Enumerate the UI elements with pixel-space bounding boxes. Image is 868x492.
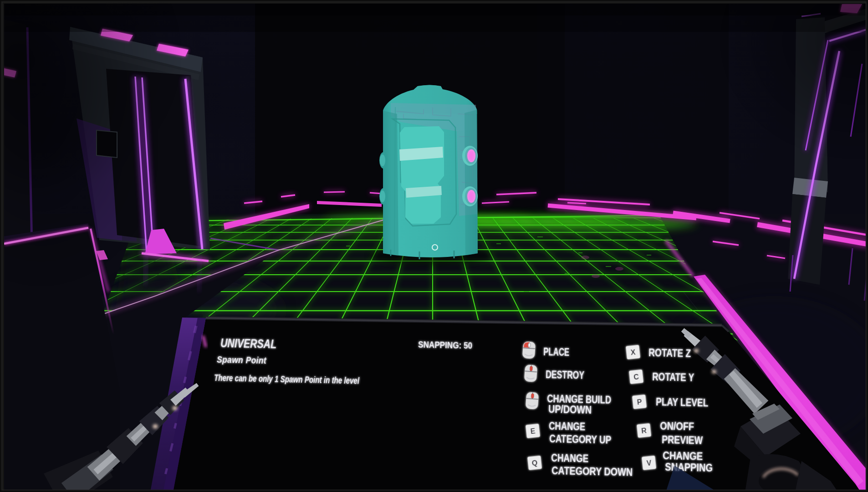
svg-text:Spawn Point: Spawn Point <box>217 354 267 365</box>
svg-text:SNAPPING: SNAPPING <box>665 461 713 474</box>
svg-text:CHANGE: CHANGE <box>663 450 703 462</box>
svg-text:ROTATE Y: ROTATE Y <box>652 371 694 384</box>
svg-text:CATEGORY UP: CATEGORY UP <box>549 433 612 446</box>
svg-text:DESTROY: DESTROY <box>546 369 585 381</box>
svg-text:CATEGORY DOWN: CATEGORY DOWN <box>551 465 633 478</box>
svg-text:UNIVERSAL: UNIVERSAL <box>220 336 277 351</box>
svg-text:ROTATE Z: ROTATE Z <box>648 347 691 359</box>
svg-text:PLACE: PLACE <box>543 346 570 358</box>
svg-text:V: V <box>646 459 652 467</box>
svg-text:C: C <box>633 373 639 381</box>
svg-text:CHANGE: CHANGE <box>551 452 589 465</box>
svg-text:E: E <box>530 427 536 435</box>
svg-text:PLAY LEVEL: PLAY LEVEL <box>656 396 709 409</box>
svg-text:SNAPPING: 50: SNAPPING: 50 <box>418 339 472 350</box>
svg-text:PREVIEW: PREVIEW <box>662 434 703 446</box>
svg-text:CHANGE: CHANGE <box>549 420 586 433</box>
svg-text:Q: Q <box>531 459 538 467</box>
svg-text:P: P <box>637 398 643 406</box>
svg-text:R: R <box>641 426 647 435</box>
svg-text:UP/DOWN: UP/DOWN <box>548 403 592 416</box>
svg-text:ON/OFF: ON/OFF <box>660 420 694 433</box>
svg-text:X: X <box>630 348 636 356</box>
